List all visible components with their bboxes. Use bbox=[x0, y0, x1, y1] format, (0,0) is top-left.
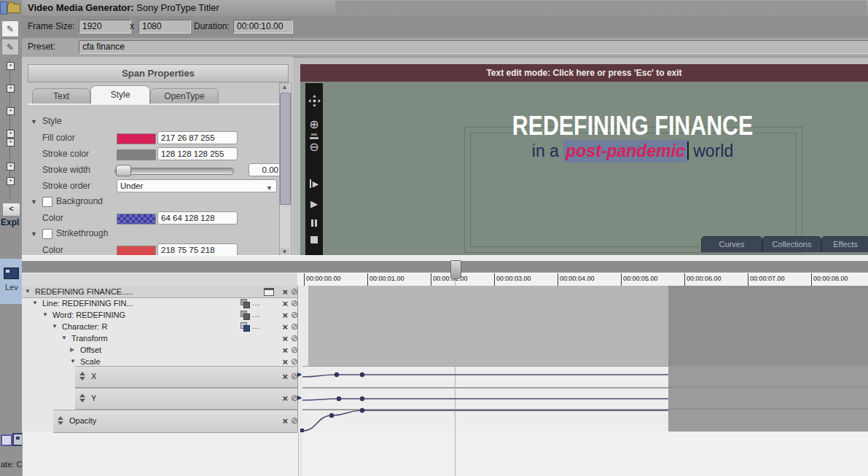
tree-expand-icon[interactable]: + bbox=[7, 177, 15, 185]
disable-row-icon[interactable]: ⊘ bbox=[291, 356, 298, 367]
fill-color-swatch[interactable] bbox=[117, 133, 156, 144]
y-curve-row[interactable] bbox=[302, 388, 668, 410]
play-from-start-icon[interactable]: ▶ bbox=[310, 179, 318, 188]
disable-row-icon[interactable]: ⊘ bbox=[291, 298, 298, 308]
tree-row-collection[interactable]: ▼ REDEFINING FINANCE..... × ⊘ bbox=[22, 286, 297, 298]
frame-width-input[interactable]: 1920 bbox=[79, 20, 131, 34]
text-edit-mode-banner[interactable]: Text edit mode: Click here or press 'Esc… bbox=[300, 64, 868, 82]
triangle-down-icon[interactable]: ▼ bbox=[70, 358, 76, 364]
tab-collections[interactable]: Collections bbox=[762, 236, 821, 252]
generator-edit-icon[interactable]: ✎ bbox=[1, 20, 19, 37]
delete-row-icon[interactable]: × bbox=[282, 310, 288, 321]
delete-row-icon[interactable]: × bbox=[282, 415, 288, 426]
tree-row-scale[interactable]: ▼ Scale × ⊘ bbox=[22, 356, 297, 366]
stroke-order-dropdown[interactable]: Under ▼ bbox=[117, 179, 277, 192]
pan-tool-icon[interactable] bbox=[308, 95, 321, 110]
disable-row-icon[interactable]: ⊘ bbox=[291, 333, 298, 343]
tree-expand-icon[interactable]: + bbox=[7, 107, 15, 115]
tree-row-offset[interactable]: ▶ Offset × ⊘ bbox=[22, 344, 297, 356]
disable-row-icon[interactable]: ⊘ bbox=[291, 345, 298, 355]
chevron-down-icon[interactable]: ▼ bbox=[31, 230, 37, 238]
strikethrough-checkbox[interactable] bbox=[42, 229, 52, 239]
minimize-row-icon[interactable] bbox=[264, 288, 274, 296]
generator-edit-icon-2[interactable]: ✎ bbox=[1, 39, 19, 55]
playhead-line[interactable] bbox=[455, 273, 455, 476]
folder-icon[interactable] bbox=[7, 4, 20, 13]
tree-row-y[interactable]: Y × ⊘ bbox=[75, 388, 297, 410]
disable-row-icon[interactable]: ⊘ bbox=[291, 321, 298, 332]
tab-opentype[interactable]: OpenType bbox=[150, 88, 219, 104]
tree-expand-icon[interactable]: + bbox=[7, 163, 15, 171]
opacity-curve-row[interactable] bbox=[302, 410, 668, 433]
zoom-in-icon[interactable]: ⊕ bbox=[309, 119, 318, 130]
more-options-icon[interactable]: ... bbox=[252, 311, 260, 319]
scrollbar-thumb[interactable] bbox=[280, 93, 291, 205]
panel-scrollbar[interactable]: ▲ ▼ bbox=[279, 82, 292, 257]
triangle-down-icon[interactable]: ▼ bbox=[42, 311, 48, 318]
stroke-color-swatch[interactable] bbox=[117, 149, 156, 160]
stroke-width-value[interactable]: 0.00 bbox=[249, 163, 282, 176]
delete-row-icon[interactable]: × bbox=[282, 393, 288, 404]
subtitle-selected-span[interactable]: post-pandemic bbox=[563, 140, 687, 163]
preview-subtitle-text[interactable]: in a post-pandemic world bbox=[464, 141, 801, 161]
delete-row-icon[interactable]: × bbox=[282, 371, 288, 382]
tab-curves[interactable]: Curves bbox=[701, 236, 762, 252]
triangle-down-icon[interactable]: ▼ bbox=[25, 288, 31, 294]
triangle-down-icon[interactable]: ▼ bbox=[52, 323, 58, 329]
delete-row-icon[interactable]: × bbox=[282, 333, 288, 344]
tree-row-opacity[interactable]: Opacity × ⊘ bbox=[53, 410, 297, 433]
playhead-handle[interactable] bbox=[450, 260, 461, 279]
delete-row-icon[interactable]: × bbox=[282, 345, 288, 356]
preview-canvas[interactable]: ⊕ ⊖ ▶ ▶ REDEFINING FINANCE in a post-pan… bbox=[300, 82, 868, 255]
fill-color-input[interactable]: 217 26 87 255 bbox=[157, 131, 238, 144]
tab-text[interactable]: Text bbox=[32, 88, 90, 104]
level-panel[interactable]: Lev bbox=[0, 259, 22, 304]
chevron-down-icon[interactable]: ▼ bbox=[31, 198, 37, 206]
preview-headline-text[interactable]: REDEFINING FINANCE bbox=[495, 111, 771, 141]
collapse-panel-button[interactable]: < bbox=[2, 203, 20, 216]
tree-row-line[interactable]: ▼ Line: REDEFINING FIN... ... × ⊘ bbox=[22, 297, 297, 309]
spinner-icon[interactable] bbox=[58, 416, 64, 425]
scroll-up-icon[interactable]: ▲ bbox=[280, 83, 289, 92]
more-options-icon[interactable]: ... bbox=[252, 299, 260, 307]
stroke-width-slider-thumb[interactable] bbox=[116, 165, 131, 176]
stroke-width-slider[interactable] bbox=[114, 168, 234, 175]
tree-expand-icon[interactable]: + bbox=[7, 85, 15, 93]
chevron-down-icon[interactable]: ▼ bbox=[31, 118, 37, 125]
disable-row-icon[interactable]: ⊘ bbox=[291, 310, 298, 320]
tree-row-x[interactable]: X × ⊘ bbox=[75, 366, 297, 388]
tree-expand-icon[interactable]: + bbox=[7, 62, 15, 70]
delete-row-icon[interactable]: × bbox=[282, 298, 288, 309]
spinner-icon[interactable] bbox=[79, 394, 86, 402]
background-checkbox[interactable] bbox=[42, 197, 52, 207]
disable-row-icon[interactable]: ⊘ bbox=[291, 286, 298, 297]
tree-expand-icon[interactable]: + bbox=[7, 130, 15, 138]
triangle-down-icon[interactable]: ▼ bbox=[61, 335, 67, 341]
x-curve-row[interactable] bbox=[302, 366, 668, 388]
triangle-right-icon[interactable]: ▶ bbox=[70, 346, 74, 353]
delete-row-icon[interactable]: × bbox=[282, 321, 288, 332]
titlebar-drag-texture[interactable] bbox=[335, 1, 867, 15]
duration-input[interactable]: 00:00:10.00 bbox=[233, 20, 293, 34]
background-color-input[interactable]: 64 64 128 128 bbox=[157, 211, 238, 225]
preset-input[interactable]: cfa finance bbox=[79, 40, 868, 54]
stop-icon[interactable] bbox=[310, 236, 318, 243]
background-color-swatch[interactable] bbox=[117, 214, 156, 225]
timeline-ruler[interactable]: 00:00:00.00 00:00:01.00 00:00:02.00 00:0… bbox=[297, 273, 868, 286]
pause-icon[interactable] bbox=[311, 219, 317, 227]
disable-row-icon[interactable]: ⊘ bbox=[291, 415, 298, 426]
keyframe-summary-block[interactable] bbox=[308, 286, 668, 366]
tab-effects[interactable]: Effects bbox=[821, 236, 868, 252]
play-icon[interactable]: ▶ bbox=[310, 198, 318, 209]
dock-grid-icon[interactable] bbox=[1, 434, 12, 446]
tree-row-word[interactable]: ▼ Word: REDEFINING ... × ⊘ bbox=[22, 309, 297, 321]
tree-row-character[interactable]: ▼ Character: R ... × ⊘ bbox=[22, 321, 297, 332]
zoom-out-icon[interactable]: ⊖ bbox=[309, 141, 318, 153]
more-options-icon[interactable]: ... bbox=[252, 322, 260, 330]
tree-expand-icon[interactable]: + bbox=[7, 138, 15, 147]
tree-row-transform[interactable]: ▼ Transform × ⊘ bbox=[22, 332, 297, 344]
frame-height-input[interactable]: 1080 bbox=[138, 20, 191, 34]
tab-style[interactable]: Style bbox=[90, 85, 150, 104]
triangle-down-icon[interactable]: ▼ bbox=[32, 300, 38, 306]
delete-row-icon[interactable]: × bbox=[282, 286, 288, 297]
